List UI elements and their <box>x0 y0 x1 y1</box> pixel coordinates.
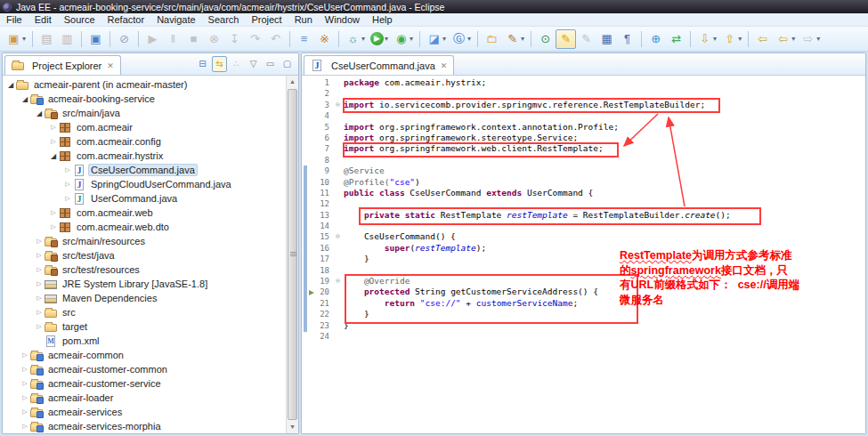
project-tree[interactable]: ◢acmeair-parent (in acmeair-master)◢acme… <box>3 76 286 433</box>
tree-item-acmeair-customer-service[interactable]: ▷acmeair-customer-service <box>3 376 286 391</box>
maximize-button[interactable]: ▢ <box>280 56 295 72</box>
forward-button[interactable]: ⇨▾ <box>798 29 823 49</box>
expand-arrow-icon[interactable]: ▷ <box>49 124 58 131</box>
collapse-arrow-icon[interactable]: ◢ <box>35 109 44 117</box>
back-button[interactable]: ⇦▾ <box>773 29 798 49</box>
menu-project[interactable]: Project <box>245 13 288 27</box>
expand-arrow-icon[interactable]: ▷ <box>20 351 29 359</box>
view-menu-button[interactable]: ▽ <box>246 56 261 72</box>
menu-search[interactable]: Search <box>202 13 246 27</box>
tree-item-src[interactable]: ▷src <box>3 305 286 319</box>
collapse-arrow-icon[interactable]: ◢ <box>49 152 58 160</box>
expand-arrow-icon[interactable]: ▷ <box>35 323 44 330</box>
tree-item-com-acmeair-config[interactable]: ▷com.acmeair.config <box>3 134 286 149</box>
pin-editor-button[interactable]: ⊙ <box>535 29 556 49</box>
close-icon[interactable]: ✕ <box>105 61 114 70</box>
collapse-all-button[interactable]: ⊟ <box>195 56 210 72</box>
expand-arrow-icon[interactable]: ▷ <box>49 223 58 230</box>
tree-item-com-acmeair-hystrix[interactable]: ◢com.acmeair.hystrix <box>3 149 286 163</box>
tree-item-jre-system-library-javase-1-8[interactable]: ▷JRE System Library [JavaSE-1.8] <box>3 277 286 291</box>
step-into-button[interactable]: ↧ <box>224 29 245 49</box>
debug-button[interactable]: ☼▾ <box>343 29 368 49</box>
show-source-table-button[interactable]: ▦ <box>596 29 617 49</box>
menu-navigate[interactable]: Navigate <box>150 13 201 27</box>
open-resource-button[interactable]: 🗀 <box>482 29 502 49</box>
tree-item-com-acmeair-web-dto[interactable]: ▷com.acmeair.web.dto <box>3 220 286 234</box>
scroll-down-icon[interactable]: ▼ <box>287 421 298 433</box>
synchronize-button[interactable]: ⇄ <box>666 29 686 49</box>
search-javadoc-button[interactable]: ✎▾ <box>502 29 527 49</box>
scrollbar-thumb[interactable] <box>288 89 297 420</box>
terminate-button[interactable]: ■ <box>183 29 204 49</box>
tree-item-acmeair-services[interactable]: ▷acmeair-services <box>3 405 286 419</box>
expand-arrow-icon[interactable]: ▷ <box>35 295 44 302</box>
fold-minus-icon[interactable]: ⊖ <box>332 231 344 242</box>
tree-item-pom-xml[interactable]: Mpom.xml <box>3 334 286 348</box>
tab-cseusercommand-java[interactable]: J CseUserCommand.java ✕ <box>304 55 454 75</box>
expand-arrow-icon[interactable]: ▷ <box>20 394 29 401</box>
tree-item-target[interactable]: ▷target <box>3 319 286 334</box>
menu-refactor[interactable]: Refactor <box>101 13 151 27</box>
step-return-button[interactable]: ↶ <box>265 29 286 49</box>
run-history-button[interactable]: ≡ <box>294 29 314 49</box>
skip-all-breakpoints-button[interactable]: ⊘ <box>114 29 134 49</box>
tree-item-src-test-java[interactable]: ▷src/test/java <box>3 248 286 262</box>
tab-project-explorer[interactable]: Project Explorer ✕ <box>4 55 121 75</box>
tree-item-src-main-resources[interactable]: ▷src/main/resources <box>3 234 286 248</box>
tree-item-acmeair-common[interactable]: ▷acmeair-common <box>3 348 286 362</box>
show-whitespace-button[interactable]: ¶ <box>617 29 637 49</box>
tree-item-usercommand-java[interactable]: ▷JUserCommand.java <box>3 191 286 206</box>
last-edit-location-button[interactable]: ⇦ <box>752 29 773 49</box>
open-web-browser-button[interactable]: ⊕ <box>645 29 666 49</box>
tree-item-acmeair-loader[interactable]: ▷acmeair-loader <box>3 391 286 405</box>
close-icon[interactable]: ✕ <box>439 61 448 70</box>
expand-arrow-icon[interactable]: ▷ <box>35 280 44 287</box>
expand-arrow-icon[interactable]: ▷ <box>20 366 29 373</box>
collapse-arrow-icon[interactable]: ◢ <box>6 81 15 89</box>
open-console-button[interactable]: ▣ <box>85 29 106 49</box>
focus-on-active-task-button[interactable]: ∴ <box>229 56 244 72</box>
collapse-arrow-icon[interactable]: ◢ <box>20 95 29 103</box>
tree-item-src-test-resources[interactable]: ▷src/test/resources <box>3 262 286 277</box>
menu-run[interactable]: Run <box>288 13 319 27</box>
web-service-button[interactable]: Ⓖ▾ <box>449 29 474 49</box>
tree-item-acmeair-services-morphia[interactable]: ▷acmeair-services-morphia <box>3 419 286 433</box>
tree-item-acmeair-parent-in-acmeair-master[interactable]: ◢acmeair-parent (in acmeair-master) <box>3 77 286 92</box>
tree-item-com-acmeair-web[interactable]: ▷com.acmeair.web <box>3 206 286 220</box>
new-web-project-button[interactable]: ◪▾ <box>424 29 449 49</box>
link-with-editor-button[interactable]: ⇆ <box>212 56 227 72</box>
menu-source[interactable]: Source <box>58 13 101 27</box>
minimize-button[interactable]: ▭ <box>263 56 278 72</box>
title-bar[interactable]: Java EE - acmeair-booking-service/src/ma… <box>0 0 868 13</box>
expand-arrow-icon[interactable]: ▷ <box>63 181 72 188</box>
new-button[interactable]: ▣▾ <box>4 29 28 49</box>
fold-minus-icon[interactable]: ⊖ <box>332 100 344 110</box>
expand-arrow-icon[interactable]: ▷ <box>35 309 44 316</box>
run-button[interactable]: ▶▾ <box>368 29 391 49</box>
expand-arrow-icon[interactable]: ▷ <box>63 195 72 202</box>
menu-help[interactable]: Help <box>366 13 399 27</box>
resume-button[interactable]: ▶ <box>142 29 163 49</box>
expand-arrow-icon[interactable]: ▷ <box>63 166 72 174</box>
save-all-button[interactable]: ▥ <box>57 29 77 49</box>
tree-item-acmeair-booking-service[interactable]: ◢acmeair-booking-service <box>3 92 286 106</box>
coverage-button[interactable]: ◉▾ <box>391 29 416 49</box>
menu-edit[interactable]: Edit <box>28 13 58 27</box>
expand-arrow-icon[interactable]: ▷ <box>35 238 44 245</box>
fold-minus-icon[interactable]: ⊖ <box>332 276 344 287</box>
menu-file[interactable]: File <box>0 13 28 27</box>
expand-arrow-icon[interactable]: ▷ <box>35 252 44 259</box>
disconnect-button[interactable]: ⊗ <box>204 29 224 49</box>
scroll-up-icon[interactable]: ▲ <box>287 76 298 88</box>
save-button[interactable]: ▤ <box>37 29 57 49</box>
expand-arrow-icon[interactable]: ▷ <box>49 209 58 216</box>
tree-item-springcloudusercommand-java[interactable]: ▷JSpringCloudUserCommand.java <box>3 177 286 191</box>
external-tools-button[interactable]: ※ <box>314 29 335 49</box>
tree-item-src-main-java[interactable]: ◢src/main/java <box>3 106 286 120</box>
show-selected-element-only-button[interactable]: ✎ <box>576 29 596 49</box>
tree-scrollbar[interactable]: ▲ ▼ <box>286 76 298 433</box>
expand-arrow-icon[interactable]: ▷ <box>35 266 44 273</box>
tree-item-acmeair-customer-common[interactable]: ▷acmeair-customer-common <box>3 362 286 376</box>
tree-item-com-acmeair[interactable]: ▷com.acmeair <box>3 120 286 134</box>
expand-arrow-icon[interactable]: ▷ <box>20 380 29 387</box>
